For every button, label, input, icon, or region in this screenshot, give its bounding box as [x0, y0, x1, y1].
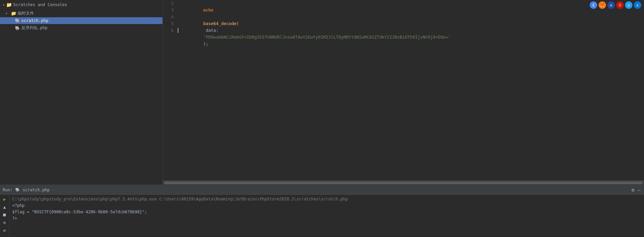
- bottom-side-buttons: ▶ ▲ ⏹ ≡ ⇄: [0, 195, 9, 237]
- code-line-3: [178, 7, 644, 14]
- edge-new-icon[interactable]: e: [634, 1, 641, 9]
- console-line: $flag = "NSSCTF{0900ca0c-53be-4206-9b00-…: [12, 209, 641, 215]
- tree-item-deserialize[interactable]: 🐘 反序列化.php: [0, 24, 162, 32]
- editor-scrollbar[interactable]: [163, 180, 644, 185]
- sidebar-header: ▾ 📁 Scratches and Consoles: [0, 0, 162, 9]
- run-file-icon: 🐘: [15, 188, 20, 192]
- editor-content[interactable]: 2 3 4 5 6 echo base64_decode( data: 'PD9…: [163, 0, 644, 180]
- sidebar: ▾ 📁 Scratches and Consoles ▾ 📁 临时文件 🐘 sc…: [0, 0, 163, 185]
- sidebar-tree: ▾ 📁 临时文件 🐘 scratch.php 🐘 反序列化.php: [0, 9, 162, 185]
- temp-files-folder[interactable]: ▾ 📁 临时文件: [0, 9, 162, 17]
- console-line: ?>: [12, 215, 641, 222]
- console-line: <?php: [12, 202, 641, 209]
- firefox-icon[interactable]: 🦊: [599, 1, 606, 9]
- editor-panel[interactable]: 2 3 4 5 6 echo base64_decode( data: 'PD9…: [163, 0, 644, 185]
- code-line-4: [178, 14, 644, 20]
- settings-button[interactable]: ⚙: [631, 187, 635, 193]
- text-cursor: [178, 28, 178, 33]
- run-label: Run:: [3, 188, 13, 192]
- folder-icon: 📁: [11, 11, 16, 16]
- run-play-button[interactable]: ▶: [3, 196, 7, 202]
- browser-icons-group: C 🦊 e O e e: [590, 1, 641, 9]
- data-label: data:: [203, 28, 221, 33]
- run-tab-close[interactable]: ↙: [52, 188, 55, 192]
- bottom-content: ▶ ▲ ⏹ ≡ ⇄ C:\phpstudy\phpstudy_pro\Exten…: [0, 195, 644, 237]
- console-output: C:\phpstudy\phpstudy_pro\Extensions\php\…: [9, 195, 644, 237]
- bottom-panel: Run: 🐘 scratch.php ↙ ⚙ — ▶ ▲ ⏹ ≡ ⇄ C:\ph…: [0, 185, 644, 237]
- run-up-button[interactable]: ▲: [3, 204, 7, 210]
- func-name: base64_decode(: [203, 21, 239, 26]
- sidebar-title: Scratches and Consoles: [13, 2, 67, 7]
- tree-item-label-1: scratch.php: [21, 18, 48, 23]
- folder-arrow: ▾: [5, 12, 9, 15]
- scrollbar-thumb[interactable]: [164, 181, 643, 184]
- space1: [203, 14, 206, 19]
- sidebar-collapse-arrow[interactable]: ▾: [3, 3, 5, 7]
- edge-icon[interactable]: e: [607, 1, 615, 9]
- tree-item-scratch[interactable]: 🐘 scratch.php: [0, 17, 162, 24]
- ie-icon[interactable]: e: [625, 1, 632, 9]
- php-file-icon-2: 🐘: [15, 26, 20, 30]
- code-line-6: [178, 27, 644, 34]
- php-file-icon-1: 🐘: [15, 18, 20, 23]
- code-area[interactable]: echo base64_decode( data: 'PD9waHANCiRmb…: [176, 0, 644, 180]
- console-line: C:\phpstudy\phpstudy_pro\Extensions\php\…: [12, 196, 641, 202]
- code-line-2: echo base64_decode( data: 'PD9waHANCiRmb…: [178, 0, 644, 7]
- folder-name: 临时文件: [18, 10, 34, 16]
- opera-icon[interactable]: O: [616, 1, 624, 9]
- string-value: 'PD9waHANCiRmbGFnID0gIk5TU0NURlJnsw0TAwY…: [203, 35, 451, 40]
- run-file-name: scratch.php: [23, 188, 50, 192]
- run-stop-button[interactable]: ⏹: [2, 212, 7, 218]
- run-toolbar: Run: 🐘 scratch.php ↙ ⚙ —: [0, 185, 644, 195]
- run-wrap-button[interactable]: ⇄: [3, 227, 7, 234]
- minimize-button[interactable]: —: [637, 187, 641, 193]
- line-numbers: 2 3 4 5 6: [163, 0, 176, 180]
- chrome-icon[interactable]: C: [590, 1, 597, 9]
- close-paren: );: [203, 41, 208, 46]
- code-line-5: [178, 20, 644, 27]
- scratches-icon: 📁: [6, 2, 12, 7]
- run-filter-button[interactable]: ≡: [3, 219, 7, 226]
- tree-item-label-2: 反序列化.php: [21, 25, 47, 31]
- echo-keyword: echo: [203, 7, 213, 13]
- toolbar-right-buttons: ⚙ —: [631, 187, 641, 193]
